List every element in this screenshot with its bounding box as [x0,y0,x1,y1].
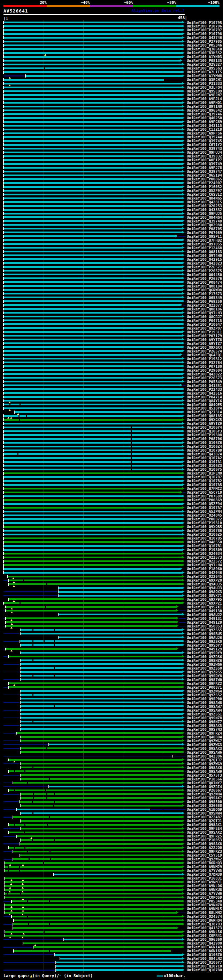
alignment-bar[interactable] [17,808,150,810]
alignment-bar[interactable] [56,969,182,971]
alignment-row[interactable]: UniRef100_P26573 [0,376,223,380]
alignment-bar[interactable] [4,71,182,73]
alignment-bar[interactable] [56,966,182,967]
alignment-bar[interactable] [49,786,182,788]
alignment-bar[interactable] [21,644,182,646]
hit-label[interactable]: UniRef100_Q9SAX3 [187,747,222,751]
alignment-bar[interactable] [17,835,182,837]
alignment-bar[interactable] [4,419,182,421]
alignment-bar[interactable] [4,270,182,272]
hit-label[interactable]: UniRef100_Q9ZWG3 [187,743,222,747]
alignment-bar[interactable] [4,113,182,115]
alignment-bar[interactable] [4,545,182,547]
alignment-bar[interactable] [4,423,182,425]
alignment-row[interactable]: UniRef100_Q2QTJ7 [0,758,223,762]
hit-label[interactable]: UniRef100_P18566 [187,777,222,781]
alignment-bar[interactable] [4,407,182,409]
alignment-bar[interactable] [4,94,182,96]
alignment-bar[interactable] [21,679,182,680]
alignment-bar[interactable] [5,870,182,872]
alignment-bar[interactable] [4,232,182,233]
alignment-bar[interactable] [4,396,182,398]
alignment-bar[interactable] [5,893,182,894]
alignment-bar[interactable] [4,304,180,306]
alignment-bar[interactable] [4,388,182,390]
alignment-bar[interactable] [4,148,182,150]
alignment-bar[interactable] [4,358,182,360]
alignment-bar[interactable] [21,702,182,703]
alignment-bar[interactable] [26,75,182,77]
alignment-bar[interactable] [4,438,182,440]
hit-label[interactable]: UniRef100_P26574 [187,349,222,353]
alignment-bar[interactable] [21,659,182,661]
alignment-bar[interactable] [4,453,182,455]
alignment-bar[interactable] [9,832,182,833]
alignment-bar[interactable] [5,908,182,910]
alignment-bar[interactable] [4,209,182,211]
alignment-bar[interactable] [9,583,182,585]
alignment-bar[interactable] [4,430,182,432]
alignment-bar[interactable] [4,228,182,229]
alignment-bar[interactable] [21,767,182,768]
alignment-bar[interactable] [21,633,182,635]
alignment-row[interactable]: UniRef100_P32764 [0,361,223,365]
alignment-bar[interactable] [4,503,182,505]
alignment-bar[interactable] [19,801,182,803]
alignment-bar[interactable] [21,694,182,696]
alignment-bar[interactable] [21,728,182,730]
alignment-bar[interactable] [21,629,182,631]
alignment-bar[interactable] [4,511,182,512]
alignment-bar[interactable] [4,52,182,54]
alignment-bar[interactable] [54,873,182,875]
alignment-bar[interactable] [9,598,182,600]
alignment-bar[interactable] [4,465,182,466]
alignment-bar[interactable] [21,805,182,807]
alignment-bar[interactable] [4,385,180,386]
hit-label[interactable]: UniRef100_Q9SAW6 [187,751,222,754]
alignment-bar[interactable] [17,732,182,734]
alignment-row[interactable]: UniRef100_Q9FRZ4 [0,732,223,735]
alignment-bar[interactable] [4,60,180,62]
alignment-bar[interactable] [4,339,182,340]
alignment-bar[interactable] [4,274,182,275]
alignment-bar[interactable] [20,640,182,642]
alignment-bar[interactable] [4,518,182,520]
alignment-bar[interactable] [4,293,182,294]
alignment-bar[interactable] [4,243,182,245]
alignment-bar[interactable] [4,235,175,237]
hit-label[interactable]: UniRef100_P32764 [187,361,222,365]
alignment-bar[interactable] [21,713,182,715]
alignment-bar[interactable] [55,954,182,956]
alignment-bar[interactable] [14,950,171,952]
alignment-bar[interactable] [4,45,182,46]
alignment-bar[interactable] [20,854,182,856]
alignment-bar[interactable] [9,579,182,581]
alignment-bar[interactable] [4,182,182,184]
alignment-bar[interactable] [4,194,182,196]
alignment-row[interactable]: UniRef100_P22433 [0,388,223,391]
alignment-bar[interactable] [21,717,182,719]
hit-label[interactable]: UniRef100_Q41351 [187,384,222,388]
alignment-bar[interactable] [5,904,182,906]
alignment-row[interactable]: UniRef100_Q9XGX4 [0,345,223,349]
hit-label[interactable]: UniRef100_Q107B0 [187,968,222,972]
alignment-bar[interactable] [4,22,182,23]
alignment-bar[interactable] [21,778,182,780]
alignment-bar[interactable] [6,606,176,608]
alignment-row[interactable]: UniRef100_A9YTZ7 [0,342,223,345]
alignment-bar[interactable] [4,499,182,501]
alignment-row[interactable]: UniRef100_Q42822 [0,372,223,376]
alignment-bar[interactable] [9,686,182,688]
alignment-bar[interactable] [4,377,182,379]
alignment-bar[interactable] [21,774,182,776]
alignment-bar[interactable] [21,740,182,741]
alignment-bar[interactable] [4,67,182,69]
alignment-row[interactable]: UniRef100_Q9SAX6 [0,766,223,770]
hit-label[interactable]: UniRef100_P19312 [187,357,222,361]
alignment-bar[interactable] [4,29,182,31]
alignment-bar[interactable] [4,296,182,298]
alignment-bar[interactable] [59,587,182,589]
alignment-bar[interactable] [4,530,182,531]
alignment-bar[interactable] [21,671,182,673]
alignment-bar[interactable] [4,37,182,38]
